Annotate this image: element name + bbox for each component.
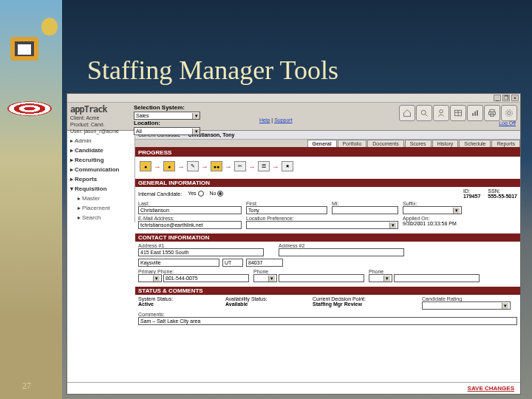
last-name-input[interactable]: Christianson bbox=[138, 206, 242, 214]
address2-input[interactable] bbox=[279, 248, 404, 256]
home-icon[interactable] bbox=[399, 105, 415, 121]
progress-step-7-icon[interactable]: ★ bbox=[282, 161, 293, 171]
help-link[interactable]: Help bbox=[259, 117, 270, 123]
tab-schedule[interactable]: Schedule bbox=[459, 140, 491, 147]
zip-input[interactable]: 84037 bbox=[246, 259, 283, 267]
progress-step-6-icon[interactable]: ☰ bbox=[258, 161, 270, 171]
progress-step-3-icon[interactable]: ✎ bbox=[187, 161, 199, 171]
state-input[interactable]: UT bbox=[222, 259, 243, 267]
phone3-type[interactable] bbox=[369, 274, 392, 282]
arrow-icon: → bbox=[177, 163, 185, 171]
primary-phone-input[interactable]: 801-544-0075 bbox=[163, 274, 249, 282]
footer-bar: SAVE CHANGES bbox=[67, 382, 520, 394]
phone2-input[interactable] bbox=[279, 274, 364, 282]
svg-rect-9 bbox=[490, 110, 494, 112]
rating-select[interactable] bbox=[422, 301, 511, 310]
progress-section: ●→ ●→ ✎→ ●●→ ✂→ ☰→ ★ bbox=[135, 157, 520, 179]
internal-candidate-row: Internal Candidate: Yes No bbox=[138, 188, 223, 199]
arrow-icon: → bbox=[248, 163, 256, 171]
section-progress-title: PROGRESS bbox=[135, 149, 520, 157]
print-icon[interactable] bbox=[484, 105, 500, 121]
phone3-input[interactable] bbox=[394, 274, 480, 282]
window-titlebar: _ ❐ × bbox=[67, 94, 520, 103]
nav-admin[interactable]: ▸Admin bbox=[67, 136, 134, 146]
tab-documents[interactable]: Documents bbox=[367, 140, 403, 147]
nav-master[interactable]: ▸Master bbox=[67, 194, 134, 203]
location-pref-select[interactable] bbox=[246, 221, 398, 229]
selection-system-dropdown[interactable]: Sales▾ bbox=[134, 112, 200, 120]
location-dropdown[interactable]: All▾ bbox=[134, 127, 200, 135]
window-restore-button[interactable]: ❐ bbox=[502, 95, 510, 101]
internal-yes-radio[interactable] bbox=[198, 191, 204, 197]
nav-placement[interactable]: ▸Placement bbox=[67, 203, 134, 213]
svg-point-12 bbox=[508, 112, 511, 115]
save-changes-button[interactable]: SAVE CHANGES bbox=[468, 385, 514, 392]
arrow-icon: → bbox=[154, 163, 161, 171]
phone2-type[interactable] bbox=[253, 274, 277, 282]
brand-line-2: Product: Cand. bbox=[70, 121, 131, 128]
status-section: System Status:Active Availability Status… bbox=[135, 295, 520, 330]
brand-logo: appTrack bbox=[70, 104, 131, 115]
tab-scores[interactable]: Scores bbox=[405, 140, 432, 147]
applied-value: 9/30/2001 10:33:58 PM bbox=[403, 221, 457, 226]
ssn-value: 555-55-5017 bbox=[488, 194, 517, 199]
user-icon[interactable] bbox=[433, 105, 449, 121]
progress-step-2-icon[interactable]: ● bbox=[163, 161, 175, 171]
app-header: appTrack Client: Acme Product: Cand. Use… bbox=[67, 103, 520, 131]
slide-number: 27 bbox=[22, 381, 31, 392]
window-minimize-button[interactable]: _ bbox=[494, 95, 501, 101]
tab-general[interactable]: General bbox=[307, 140, 337, 147]
main-panel: Current Candidate › Christianson, Tony G… bbox=[135, 131, 520, 394]
selection-system-block: Selection System: Sales▾ Location: All▾ bbox=[134, 103, 245, 135]
progress-step-5-icon[interactable]: ✂ bbox=[234, 161, 246, 171]
gear-icon[interactable] bbox=[501, 105, 517, 121]
arrow-icon: → bbox=[272, 163, 279, 171]
city-input[interactable]: Kaysville bbox=[138, 259, 219, 267]
header-links: Help | Support bbox=[259, 117, 293, 123]
svg-rect-6 bbox=[472, 113, 474, 116]
system-status-value: Active bbox=[138, 301, 154, 307]
svg-rect-7 bbox=[474, 112, 476, 116]
svg-point-2 bbox=[440, 110, 443, 114]
availability-value: Available bbox=[225, 301, 248, 307]
nav-reports[interactable]: ▸Reports bbox=[67, 174, 134, 184]
comments-input[interactable]: Sam – Salt Lake City area bbox=[138, 317, 517, 325]
suffix-select[interactable] bbox=[403, 206, 462, 214]
internal-no-radio[interactable] bbox=[217, 191, 223, 197]
search-icon[interactable] bbox=[416, 105, 432, 121]
slide-decor-sidebar bbox=[0, 0, 62, 399]
logoff-link[interactable]: Log Off bbox=[499, 120, 516, 126]
tab-history[interactable]: History bbox=[432, 140, 459, 147]
app-window: _ ❐ × appTrack Client: Acme Product: Can… bbox=[66, 93, 521, 395]
decision-point-value: Staffing Mgr Review bbox=[313, 301, 362, 307]
nav-recruiting[interactable]: ▸Recruiting bbox=[67, 155, 134, 165]
svg-line-1 bbox=[426, 115, 428, 117]
location-label: Location: bbox=[134, 120, 245, 126]
section-general-title: GENERAL INFORMATION bbox=[135, 179, 520, 187]
support-link[interactable]: Support bbox=[274, 117, 293, 123]
progress-step-4-icon[interactable]: ●● bbox=[211, 161, 222, 171]
primary-phone-type[interactable] bbox=[138, 274, 162, 282]
address1-input[interactable]: 415 East 1550 South bbox=[138, 248, 264, 256]
chart-icon[interactable] bbox=[467, 105, 483, 121]
table-icon[interactable] bbox=[450, 105, 466, 121]
toolbar bbox=[399, 105, 517, 121]
tab-portfolio[interactable]: Portfolio bbox=[338, 140, 367, 147]
svg-point-0 bbox=[421, 110, 426, 115]
nav-search[interactable]: ▸Search bbox=[67, 213, 134, 222]
arrow-icon: → bbox=[225, 163, 232, 171]
arrow-icon: → bbox=[201, 163, 208, 171]
tabs: General Portfolio Documents Scores Histo… bbox=[135, 140, 520, 149]
mi-input[interactable] bbox=[332, 206, 398, 214]
general-section: Internal Candidate: Yes No ID:179457 SSN… bbox=[135, 187, 520, 233]
nav-requisition[interactable]: ▾Requisition bbox=[67, 184, 134, 194]
progress-step-1-icon[interactable]: ● bbox=[140, 161, 151, 171]
left-nav: ▸Admin ▸Candidate ▸Recruiting ▸Communica… bbox=[67, 136, 135, 222]
tab-reports[interactable]: Reports bbox=[491, 140, 520, 147]
window-close-button[interactable]: × bbox=[511, 95, 519, 101]
email-input[interactable]: tchristianson@earthlink.net bbox=[138, 221, 242, 229]
first-name-input[interactable]: Tony bbox=[246, 206, 327, 214]
nav-communication[interactable]: ▸Communication bbox=[67, 165, 134, 174]
svg-point-13 bbox=[506, 110, 513, 117]
nav-candidate[interactable]: ▸Candidate bbox=[67, 146, 134, 155]
